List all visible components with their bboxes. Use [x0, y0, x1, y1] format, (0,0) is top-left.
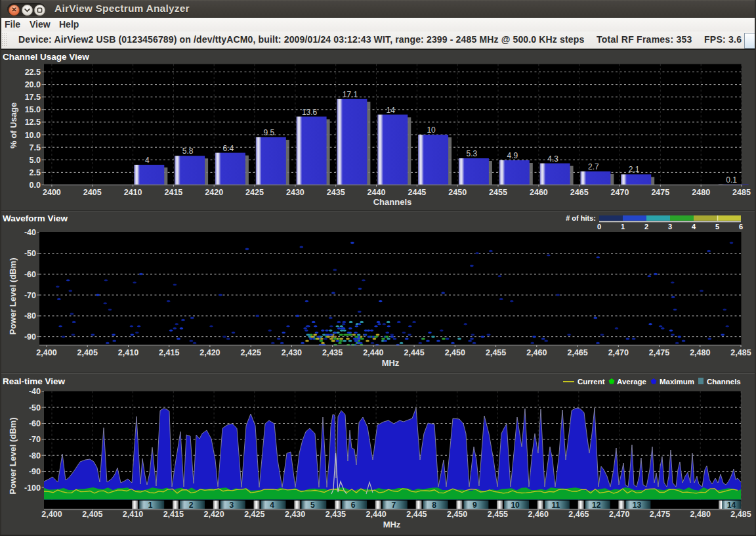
svg-text:2,405: 2,405	[82, 510, 102, 519]
svg-text:-90: -90	[24, 332, 36, 342]
svg-text:7: 7	[391, 501, 396, 510]
svg-text:2450: 2450	[448, 188, 467, 197]
svg-text:2,480: 2,480	[690, 348, 710, 357]
svg-text:Average: Average	[617, 378, 646, 386]
svg-text:4: 4	[692, 223, 696, 231]
svg-text:-50: -50	[24, 249, 36, 258]
svg-text:Power Level (dBm): Power Level (dBm)	[8, 417, 18, 494]
svg-text:3: 3	[668, 223, 672, 231]
svg-text:8: 8	[432, 501, 436, 510]
svg-text:-100: -100	[24, 483, 41, 493]
svg-text:2,425: 2,425	[244, 510, 264, 519]
svg-text:-80: -80	[29, 451, 41, 460]
svg-text:-60: -60	[29, 419, 41, 428]
svg-text:-80: -80	[24, 311, 36, 321]
svg-text:2.5: 2.5	[30, 168, 41, 177]
svg-text:2,430: 2,430	[282, 348, 302, 357]
svg-text:2470: 2470	[611, 188, 629, 197]
svg-text:2,410: 2,410	[123, 510, 143, 519]
svg-text:2,400: 2,400	[36, 348, 56, 357]
svg-text:2440: 2440	[368, 188, 386, 197]
svg-text:2,435: 2,435	[322, 348, 343, 357]
svg-text:Channel Usage View: Channel Usage View	[3, 52, 89, 62]
svg-text:14: 14	[387, 106, 396, 115]
svg-text:10: 10	[511, 501, 520, 510]
svg-text:2,475: 2,475	[649, 348, 669, 357]
svg-text:17.5: 17.5	[25, 93, 41, 102]
svg-text:-90: -90	[29, 467, 41, 476]
svg-text:2,435: 2,435	[326, 510, 346, 519]
svg-text:Channels: Channels	[373, 197, 412, 207]
svg-text:2,445: 2,445	[404, 348, 424, 357]
svg-text:4: 4	[270, 501, 274, 510]
svg-text:6.4: 6.4	[223, 144, 234, 153]
svg-text:13: 13	[633, 501, 642, 510]
svg-text:% of Usage: % of Usage	[9, 102, 18, 148]
svg-text:-70: -70	[29, 435, 41, 444]
svg-text:2,450: 2,450	[447, 510, 467, 519]
svg-text:2,480: 2,480	[690, 510, 711, 519]
svg-text:2: 2	[189, 501, 194, 510]
svg-text:2,485: 2,485	[730, 510, 751, 519]
svg-text:2445: 2445	[408, 188, 426, 197]
svg-text:Real-time View: Real-time View	[3, 376, 66, 386]
svg-text:9.5: 9.5	[263, 128, 274, 137]
svg-text:Power Level (dBm): Power Level (dBm)	[8, 257, 18, 334]
svg-text:2435: 2435	[327, 188, 345, 197]
svg-text:5: 5	[310, 501, 315, 510]
svg-text:-50: -50	[29, 403, 41, 413]
svg-text:10.0: 10.0	[25, 131, 41, 140]
svg-text:14: 14	[727, 501, 736, 510]
svg-text:2,465: 2,465	[568, 510, 589, 519]
svg-text:2425: 2425	[245, 188, 264, 197]
svg-text:2,405: 2,405	[77, 348, 98, 357]
svg-text:2,430: 2,430	[285, 510, 305, 519]
svg-text:2: 2	[644, 223, 648, 231]
svg-text:2,460: 2,460	[528, 510, 549, 519]
svg-text:MHz: MHz	[383, 520, 401, 529]
svg-text:0.1: 0.1	[726, 175, 737, 185]
svg-text:2480: 2480	[692, 188, 710, 197]
svg-text:2,440: 2,440	[366, 510, 386, 519]
svg-text:2,485: 2,485	[730, 348, 751, 357]
svg-text:2,475: 2,475	[650, 510, 670, 519]
svg-text:-60: -60	[24, 270, 36, 279]
svg-text:1: 1	[148, 501, 153, 510]
svg-text:11: 11	[552, 501, 560, 510]
svg-text:10: 10	[427, 125, 436, 135]
svg-text:5.3: 5.3	[467, 149, 478, 158]
svg-text:2,415: 2,415	[159, 348, 179, 357]
svg-text:0: 0	[597, 223, 601, 231]
svg-text:2405: 2405	[83, 188, 102, 197]
svg-text:2,470: 2,470	[609, 510, 629, 519]
svg-text:Waveform View: Waveform View	[3, 213, 68, 223]
svg-text:MHz: MHz	[382, 358, 400, 368]
svg-text:2,455: 2,455	[488, 510, 508, 519]
svg-text:2475: 2475	[651, 188, 669, 197]
svg-text:2,455: 2,455	[486, 348, 506, 357]
svg-text:2,425: 2,425	[241, 348, 261, 357]
svg-text:22.5: 22.5	[25, 68, 41, 77]
svg-text:2.7: 2.7	[588, 162, 599, 171]
svg-text:2,420: 2,420	[200, 348, 220, 357]
svg-text:2430: 2430	[286, 188, 304, 197]
svg-text:12.5: 12.5	[25, 118, 41, 127]
svg-text:1: 1	[621, 223, 625, 231]
svg-text:2,445: 2,445	[406, 510, 427, 519]
svg-text:5.0: 5.0	[30, 156, 41, 165]
svg-text:2,440: 2,440	[363, 348, 383, 357]
svg-text:2400: 2400	[43, 188, 61, 197]
svg-text:7.5: 7.5	[30, 143, 41, 152]
svg-text:0.0: 0.0	[30, 181, 41, 190]
svg-text:2,460: 2,460	[526, 348, 547, 357]
svg-text:-40: -40	[24, 228, 36, 237]
svg-text:Maximum: Maximum	[660, 378, 694, 386]
svg-text:17.1: 17.1	[343, 90, 358, 99]
svg-text:2,420: 2,420	[203, 510, 224, 519]
svg-text:3: 3	[229, 501, 234, 510]
svg-text:2410: 2410	[124, 188, 142, 197]
svg-text:12: 12	[592, 501, 601, 510]
svg-text:2455: 2455	[489, 188, 507, 197]
svg-text:Channels: Channels	[707, 378, 741, 386]
svg-text:2.1: 2.1	[629, 165, 640, 174]
